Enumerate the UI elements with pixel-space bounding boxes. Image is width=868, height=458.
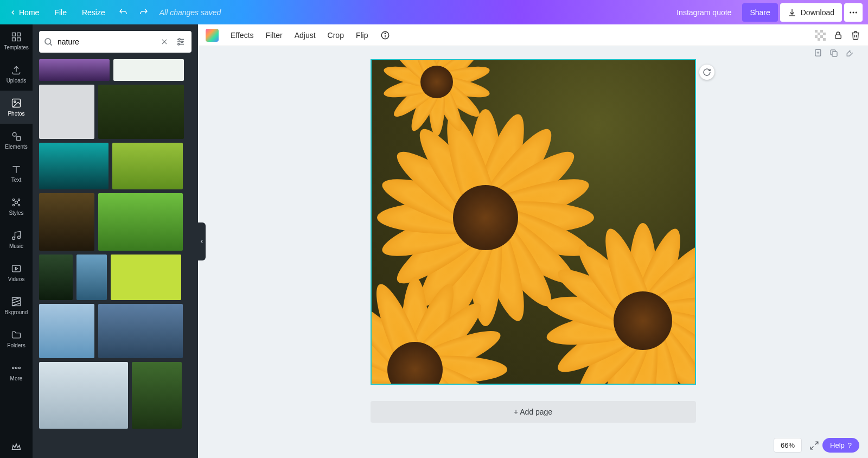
- svg-rect-3: [12, 33, 16, 36]
- context-toolbar: Effects Filter Adjust Crop Flip: [198, 24, 868, 46]
- canvas-stage[interactable]: + Add page 66% Help ?: [198, 46, 868, 458]
- trash-icon[interactable]: [851, 30, 860, 40]
- svg-rect-19: [12, 265, 21, 272]
- svg-rect-5: [12, 38, 16, 41]
- rail-label: More: [10, 376, 23, 381]
- svg-point-26: [15, 367, 17, 368]
- artboard[interactable]: [371, 59, 696, 385]
- regenerate-button[interactable]: [699, 65, 714, 80]
- svg-point-17: [12, 237, 15, 240]
- redo-button[interactable]: [135, 3, 153, 22]
- photo-thumbnail[interactable]: [76, 255, 107, 300]
- styles-icon: [11, 197, 22, 208]
- svg-rect-4: [17, 33, 21, 36]
- svg-point-28: [45, 39, 51, 44]
- photo-thumbnail[interactable]: [39, 304, 94, 358]
- info-icon[interactable]: [380, 30, 390, 40]
- rail-photos[interactable]: Photos: [0, 91, 33, 124]
- flip-button[interactable]: Flip: [356, 31, 368, 40]
- svg-rect-46: [818, 33, 820, 35]
- color-picker-button[interactable]: [206, 29, 219, 42]
- share-button[interactable]: Share: [742, 3, 777, 22]
- download-button[interactable]: Download: [780, 3, 842, 22]
- rail-music[interactable]: Music: [0, 223, 33, 256]
- svg-point-27: [18, 367, 20, 368]
- crop-button[interactable]: Crop: [328, 31, 344, 40]
- rail-templates[interactable]: Templates: [0, 24, 33, 58]
- download-label: Download: [801, 8, 834, 17]
- rail-more[interactable]: More: [0, 355, 33, 389]
- svg-point-36: [181, 41, 183, 43]
- rail-videos[interactable]: Videos: [0, 256, 33, 289]
- photo-thumbnail[interactable]: [98, 85, 184, 139]
- filter-button[interactable]: Filter: [266, 31, 283, 40]
- top-bar: Home File Resize All changes saved Insta…: [0, 0, 868, 24]
- transparency-icon[interactable]: [815, 30, 826, 41]
- photo-thumbnail[interactable]: [112, 143, 183, 189]
- help-label: Help: [830, 441, 845, 449]
- rail-uploads[interactable]: Uploads: [0, 58, 33, 91]
- photo-thumbnail[interactable]: [39, 59, 110, 81]
- search-box: [39, 31, 192, 53]
- svg-rect-45: [820, 35, 823, 38]
- upgrade-crown[interactable]: [0, 436, 33, 458]
- photo-thumbnail[interactable]: [111, 255, 181, 300]
- rail-background[interactable]: Bkground: [0, 289, 33, 322]
- svg-point-1: [853, 11, 854, 13]
- svg-rect-54: [832, 52, 837, 56]
- svg-point-40: [385, 33, 386, 34]
- fullscreen-icon[interactable]: [809, 441, 819, 450]
- svg-point-12: [15, 201, 18, 204]
- effects-button[interactable]: Effects: [231, 31, 254, 40]
- photo-thumbnail[interactable]: [132, 362, 182, 429]
- rail-text[interactable]: Text: [0, 157, 33, 190]
- videos-icon: [11, 263, 22, 274]
- svg-point-9: [14, 101, 16, 103]
- duplicate-page-icon[interactable]: [829, 48, 839, 58]
- search-input[interactable]: [56, 37, 155, 47]
- svg-point-16: [18, 204, 20, 206]
- photo-thumbnail[interactable]: [39, 143, 108, 189]
- svg-point-14: [18, 199, 20, 200]
- photo-thumbnail[interactable]: [98, 304, 183, 358]
- svg-rect-43: [820, 30, 823, 33]
- photo-thumbnail[interactable]: [39, 255, 73, 300]
- clear-search-button[interactable]: [158, 35, 171, 48]
- undo-icon: [118, 8, 128, 17]
- photo-thumbnail[interactable]: [113, 59, 184, 81]
- home-button[interactable]: Home: [3, 5, 46, 20]
- help-button[interactable]: Help ?: [822, 438, 859, 453]
- rail-label: Text: [11, 177, 21, 183]
- svg-line-29: [50, 43, 52, 45]
- rail-label: Bkground: [5, 309, 28, 315]
- add-page-button[interactable]: + Add page: [371, 401, 696, 423]
- rail-label: Elements: [5, 144, 28, 150]
- svg-point-35: [178, 39, 180, 40]
- svg-rect-50: [835, 35, 841, 39]
- sliders-icon: [176, 37, 186, 47]
- adjust-button[interactable]: Adjust: [295, 31, 316, 40]
- rail-folders[interactable]: Folders: [0, 322, 33, 355]
- photo-thumbnail[interactable]: [39, 193, 94, 251]
- zoom-level[interactable]: 66%: [774, 438, 802, 453]
- templates-icon: [11, 31, 22, 42]
- resize-menu[interactable]: Resize: [75, 5, 112, 20]
- file-menu[interactable]: File: [48, 5, 73, 20]
- search-filters-button[interactable]: [174, 35, 187, 48]
- add-page-icon[interactable]: [814, 48, 824, 58]
- more-menu-button[interactable]: [844, 3, 863, 22]
- svg-point-13: [12, 199, 14, 200]
- share-page-icon[interactable]: [844, 48, 854, 58]
- photo-thumbnail[interactable]: [39, 85, 94, 139]
- lock-icon[interactable]: [833, 30, 843, 40]
- photo-thumbnail[interactable]: [39, 362, 128, 429]
- svg-marker-20: [15, 268, 17, 270]
- rail-styles[interactable]: Styles: [0, 190, 33, 223]
- photo-thumbnail[interactable]: [98, 193, 183, 251]
- elements-icon: [11, 131, 22, 142]
- rail-elements[interactable]: Elements: [0, 124, 33, 157]
- document-title[interactable]: Instagram quote: [223, 8, 740, 17]
- uploads-icon: [11, 65, 22, 75]
- undo-button[interactable]: [114, 3, 132, 22]
- photo-gallery[interactable]: [33, 59, 198, 458]
